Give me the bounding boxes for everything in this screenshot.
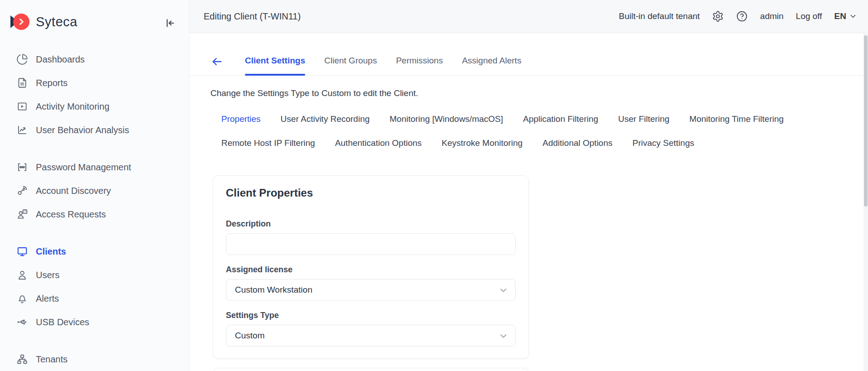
subnav-user-activity-recording[interactable]: User Activity Recording <box>281 114 370 124</box>
tab-client-settings[interactable]: Client Settings <box>245 56 305 75</box>
person-icon <box>16 269 28 281</box>
language-selector[interactable]: EN <box>834 11 857 21</box>
sidebar-item-clients[interactable]: Clients <box>0 240 189 263</box>
assigned-license-label: Assigned license <box>226 265 516 275</box>
sidebar: Syteca Dashboards Reports Activity Monit… <box>0 0 190 371</box>
username[interactable]: admin <box>760 11 784 21</box>
description-input[interactable] <box>226 233 516 255</box>
trend-chart-icon <box>16 124 28 136</box>
page-title: Editing Client (T-WIN11) <box>204 11 301 22</box>
subnav-properties[interactable]: Properties <box>221 114 261 124</box>
sidebar-item-label: Access Requests <box>36 209 106 220</box>
chevron-down-icon <box>498 331 508 341</box>
tab-bar: Client Settings Client Groups Permission… <box>190 33 868 76</box>
report-document-icon <box>16 77 28 89</box>
sidebar-item-label: Alerts <box>36 294 59 304</box>
sidebar-item-activity-monitoring[interactable]: Activity Monitoring <box>0 95 189 118</box>
sidebar-item-label: Reports <box>36 78 68 88</box>
logo-red-circle <box>13 14 29 30</box>
key-signal-icon <box>16 185 28 197</box>
settings-subnav: Properties User Activity Recording Monit… <box>221 114 843 148</box>
sidebar-item-access-requests[interactable]: ? Access Requests <box>0 202 189 226</box>
tabs: Client Settings Client Groups Permission… <box>245 56 522 75</box>
sidebar-item-users[interactable]: Users <box>0 263 189 287</box>
tab-permissions[interactable]: Permissions <box>396 56 443 75</box>
header-actions: Built-in default tenant admin Log off EN <box>619 10 868 22</box>
brand-name: Syteca <box>36 14 78 29</box>
description-label: Description <box>226 219 516 229</box>
sidebar-item-label: Password Management <box>36 162 131 173</box>
subnav-application-filtering[interactable]: Application Filtering <box>523 114 598 124</box>
help-icon[interactable] <box>736 10 748 22</box>
subnav-keystroke-monitoring[interactable]: Keystroke Monitoring <box>442 138 522 148</box>
sidebar-item-label: Tenants <box>36 354 68 365</box>
subnav-remote-host-ip-filtering[interactable]: Remote Host IP Filtering <box>221 138 315 148</box>
sidebar-item-label: Account Discovery <box>36 186 111 196</box>
main-content: Client Settings Client Groups Permission… <box>190 33 868 371</box>
client-properties-card: Client Properties Description Assigned l… <box>213 175 529 359</box>
sidebar-item-label: Activity Monitoring <box>36 101 109 112</box>
chevron-down-icon <box>498 285 508 295</box>
logoff-button[interactable]: Log off <box>796 11 822 21</box>
pie-chart-icon <box>16 53 28 65</box>
sidebar-item-label: Dashboards <box>36 54 85 65</box>
person-question-icon: ? <box>16 208 28 220</box>
tab-client-groups[interactable]: Client Groups <box>324 56 377 75</box>
monitor-icon <box>16 246 28 257</box>
sidebar-item-tenants[interactable]: Tenants <box>0 347 189 371</box>
sidebar-item-account-discovery[interactable]: Account Discovery <box>0 179 189 202</box>
subnav-privacy-settings[interactable]: Privacy Settings <box>633 138 694 148</box>
vertical-scrollbar[interactable] <box>863 34 868 371</box>
svg-text:?: ? <box>24 210 26 213</box>
bell-icon <box>16 293 28 304</box>
language-code: EN <box>834 11 846 21</box>
settings-notice: Change the Settings Type to Custom to ed… <box>210 88 868 98</box>
settings-type-value: Custom <box>235 331 264 341</box>
sidebar-item-label: User Behavior Analysis <box>36 125 129 135</box>
subnav-monitoring-time-filtering[interactable]: Monitoring Time Filtering <box>689 114 784 124</box>
back-arrow-icon[interactable] <box>210 55 223 68</box>
sidebar-collapse-icon[interactable] <box>164 17 176 29</box>
assigned-license-value: Custom Workstation <box>235 285 312 295</box>
subnav-user-filtering[interactable]: User Filtering <box>618 114 669 124</box>
sidebar-item-label: Clients <box>36 246 66 257</box>
settings-type-select[interactable]: Custom <box>226 325 516 347</box>
logo-row: Syteca <box>0 0 189 43</box>
settings-type-label: Settings Type <box>226 311 516 320</box>
subnav-authentication-options[interactable]: Authentication Options <box>335 138 422 148</box>
tenant-name: Built-in default tenant <box>619 11 700 21</box>
assigned-license-select[interactable]: Custom Workstation <box>226 279 516 301</box>
sidebar-item-usb-devices[interactable]: USB Devices <box>0 310 189 334</box>
sidebar-nav: Dashboards Reports Activity Monitoring U… <box>0 48 189 371</box>
sidebar-item-user-behavior-analysis[interactable]: User Behavior Analysis <box>0 118 189 142</box>
next-card-partial <box>213 368 529 371</box>
gear-icon[interactable] <box>712 10 724 22</box>
tab-assigned-alerts[interactable]: Assigned Alerts <box>462 56 522 75</box>
sidebar-item-dashboards[interactable]: Dashboards <box>0 48 189 71</box>
sidebar-item-alerts[interactable]: Alerts <box>0 287 189 310</box>
org-tree-icon <box>16 353 28 365</box>
chevron-down-icon <box>849 12 857 20</box>
scrollbar-thumb[interactable] <box>864 35 868 207</box>
sidebar-item-reports[interactable]: Reports <box>0 71 189 95</box>
subnav-monitoring-windows-macos[interactable]: Monitoring [Windows/macOS] <box>390 114 503 124</box>
top-header: Editing Client (T-WIN11) Built-in defaul… <box>190 0 868 33</box>
sidebar-item-label: USB Devices <box>36 317 89 328</box>
usb-icon <box>16 316 28 328</box>
sidebar-item-password-management[interactable]: Password Management <box>0 155 189 179</box>
card-title: Client Properties <box>226 187 516 199</box>
sidebar-item-label: Users <box>36 270 59 280</box>
password-brackets-icon <box>16 161 28 173</box>
subnav-additional-options[interactable]: Additional Options <box>542 138 612 148</box>
syteca-logo-icon[interactable] <box>12 13 29 30</box>
play-square-icon <box>16 101 28 112</box>
